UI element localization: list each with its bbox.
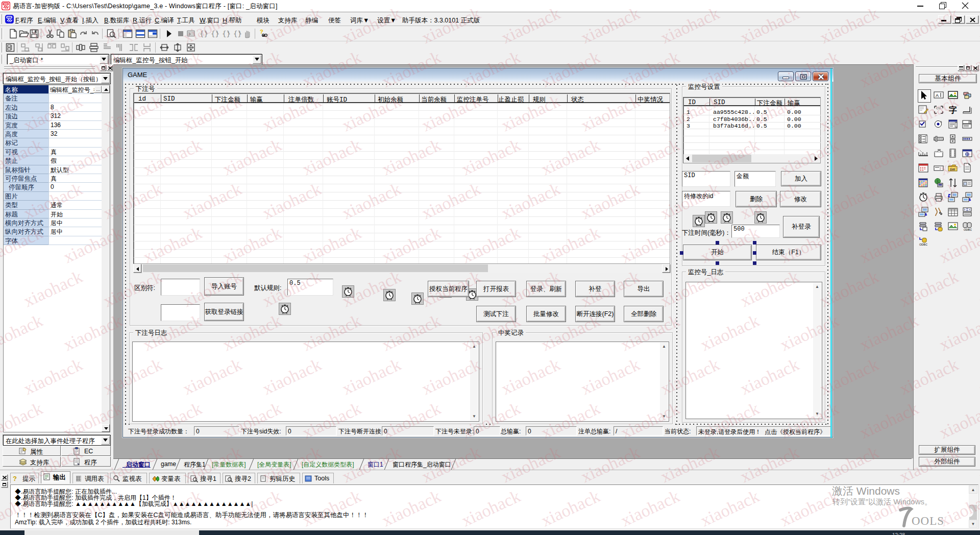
svg-text:A: A bbox=[936, 93, 939, 98]
svg-text:?: ? bbox=[13, 475, 17, 482]
svg-text:DIR: DIR bbox=[950, 168, 955, 171]
svg-text:OOLS: OOLS bbox=[912, 515, 944, 527]
svg-text:{}: {} bbox=[211, 30, 219, 38]
svg-text:CN: CN bbox=[936, 107, 941, 110]
svg-text:ODBC: ODBC bbox=[919, 243, 927, 246]
svg-text:{}: {} bbox=[222, 30, 231, 38]
svg-text:{}: {} bbox=[233, 30, 242, 38]
svg-text:字: 字 bbox=[949, 105, 957, 114]
svg-text:{}: {} bbox=[200, 30, 208, 38]
svg-text:ODBC: ODBC bbox=[964, 228, 972, 231]
